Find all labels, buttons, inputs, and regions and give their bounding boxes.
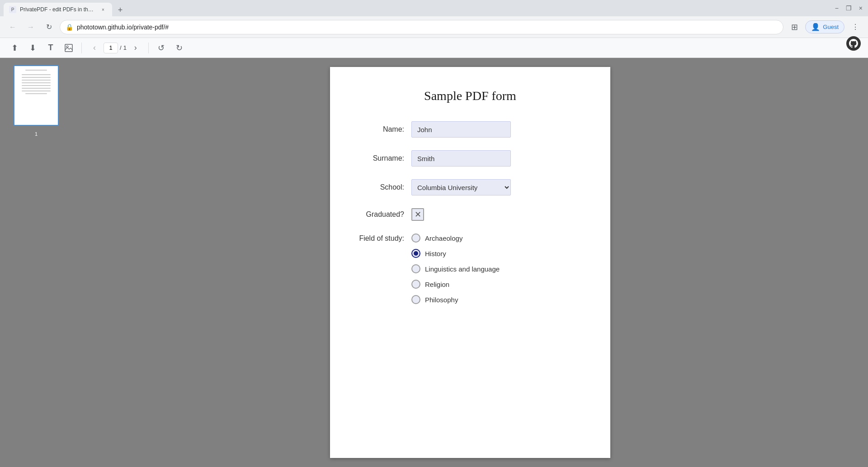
new-tab-button[interactable]: + bbox=[114, 4, 127, 16]
browser-frame: P PrivatePDF - edit PDFs in the b... × +… bbox=[0, 0, 868, 467]
surname-input[interactable] bbox=[411, 150, 511, 167]
page-thumbnail-number: 1 bbox=[35, 131, 38, 137]
menu-button[interactable]: ⋮ bbox=[848, 20, 863, 34]
radio-circle-religion bbox=[411, 280, 420, 289]
page-nav: ‹ / 1 › bbox=[87, 41, 143, 55]
radio-circle-philosophy bbox=[411, 295, 420, 304]
main-content: 1 Sample PDF form Name: Surname: School: bbox=[0, 58, 868, 467]
radio-religion[interactable]: Religion bbox=[411, 280, 500, 289]
radio-circle-history bbox=[411, 249, 420, 258]
radio-label-philosophy: Philosophy bbox=[425, 296, 458, 304]
restore-button[interactable]: ❐ bbox=[844, 3, 854, 14]
page-sidebar: 1 bbox=[0, 58, 72, 467]
close-button[interactable]: × bbox=[857, 3, 864, 14]
back-button[interactable]: ← bbox=[5, 20, 20, 34]
browser-tab[interactable]: P PrivatePDF - edit PDFs in the b... × bbox=[4, 3, 112, 16]
lock-icon: 🔒 bbox=[66, 24, 73, 31]
profile-button[interactable]: 👤 Guest bbox=[805, 20, 844, 33]
name-input[interactable] bbox=[411, 121, 511, 138]
name-label: Name: bbox=[357, 125, 411, 133]
school-row: School: Columbia University Harvard Univ… bbox=[357, 179, 583, 195]
school-label: School: bbox=[357, 183, 411, 191]
title-bar: P PrivatePDF - edit PDFs in the b... × +… bbox=[0, 0, 868, 16]
field-of-study-label: Field of study: bbox=[357, 234, 411, 243]
school-select[interactable]: Columbia University Harvard University M… bbox=[411, 179, 511, 195]
image-tool-button[interactable] bbox=[61, 41, 76, 55]
toolbar-divider-2 bbox=[148, 43, 149, 53]
radio-label-linguistics: Linguistics and language bbox=[425, 265, 500, 273]
tab-bar: P PrivatePDF - edit PDFs in the b... × + bbox=[4, 0, 127, 16]
radio-label-archaeology: Archaeology bbox=[425, 234, 462, 242]
thumbnail-inner bbox=[14, 66, 58, 125]
next-page-button[interactable]: › bbox=[128, 41, 143, 55]
image-icon bbox=[64, 43, 73, 52]
profile-label: Guest bbox=[823, 24, 839, 30]
prev-page-button[interactable]: ‹ bbox=[87, 41, 102, 55]
field-of-study-row: Field of study: Archaeology History bbox=[357, 234, 583, 304]
radio-linguistics[interactable]: Linguistics and language bbox=[411, 264, 500, 273]
download-button[interactable]: ⬇ bbox=[25, 41, 40, 55]
radio-label-history: History bbox=[425, 250, 446, 257]
undo-button[interactable]: ↺ bbox=[154, 41, 169, 55]
graduated-checkmark: ✕ bbox=[415, 210, 421, 219]
radio-philosophy[interactable]: Philosophy bbox=[411, 295, 500, 304]
address-bar[interactable]: 🔒 phototown.github.io/private-pdf/# bbox=[60, 20, 783, 34]
tab-title: PrivatePDF - edit PDFs in the b... bbox=[20, 6, 96, 13]
profile-icon: 👤 bbox=[811, 23, 820, 31]
surname-label: Surname: bbox=[357, 154, 411, 162]
url-text: phototown.github.io/private-pdf/# bbox=[77, 24, 778, 31]
radio-group: Archaeology History Linguistics and lang… bbox=[411, 234, 500, 304]
nav-toolbar: ← → ↻ 🔒 phototown.github.io/private-pdf/… bbox=[0, 16, 868, 38]
pdf-page: Sample PDF form Name: Surname: School: C… bbox=[330, 67, 610, 458]
graduated-checkbox[interactable]: ✕ bbox=[411, 208, 424, 221]
toolbar-divider bbox=[81, 43, 82, 53]
page-separator: / bbox=[120, 44, 122, 51]
name-row: Name: bbox=[357, 121, 583, 138]
surname-row: Surname: bbox=[357, 150, 583, 167]
radio-circle-archaeology bbox=[411, 234, 420, 243]
graduated-row: Graduated? ✕ bbox=[357, 208, 583, 221]
tab-close-button[interactable]: × bbox=[99, 6, 107, 13]
reload-button[interactable]: ↻ bbox=[42, 20, 56, 34]
pdf-area: Sample PDF form Name: Surname: School: C… bbox=[72, 58, 868, 467]
text-tool-button[interactable]: T bbox=[43, 41, 58, 55]
page-thumbnail-1[interactable] bbox=[14, 65, 59, 126]
radio-history[interactable]: History bbox=[411, 249, 500, 258]
svg-rect-0 bbox=[65, 44, 72, 52]
graduated-label: Graduated? bbox=[357, 210, 411, 219]
redo-button[interactable]: ↻ bbox=[172, 41, 187, 55]
minimize-button[interactable]: − bbox=[833, 3, 840, 14]
total-pages: 1 bbox=[123, 44, 127, 51]
upload-button[interactable]: ⬆ bbox=[7, 41, 22, 55]
radio-label-religion: Religion bbox=[425, 281, 449, 288]
extensions-button[interactable]: ⊞ bbox=[787, 20, 802, 34]
forward-button[interactable]: → bbox=[24, 20, 38, 34]
radio-dot-history bbox=[414, 251, 418, 256]
tab-favicon: P bbox=[9, 6, 16, 13]
page-number-input[interactable] bbox=[104, 43, 118, 53]
radio-archaeology[interactable]: Archaeology bbox=[411, 234, 500, 243]
radio-circle-linguistics bbox=[411, 264, 420, 273]
pdf-form-title: Sample PDF form bbox=[357, 89, 583, 103]
title-bar-right: − ❐ × bbox=[833, 3, 864, 14]
pdf-toolbar: ⬆ ⬇ T ‹ / 1 › ↺ ↻ bbox=[0, 38, 868, 58]
